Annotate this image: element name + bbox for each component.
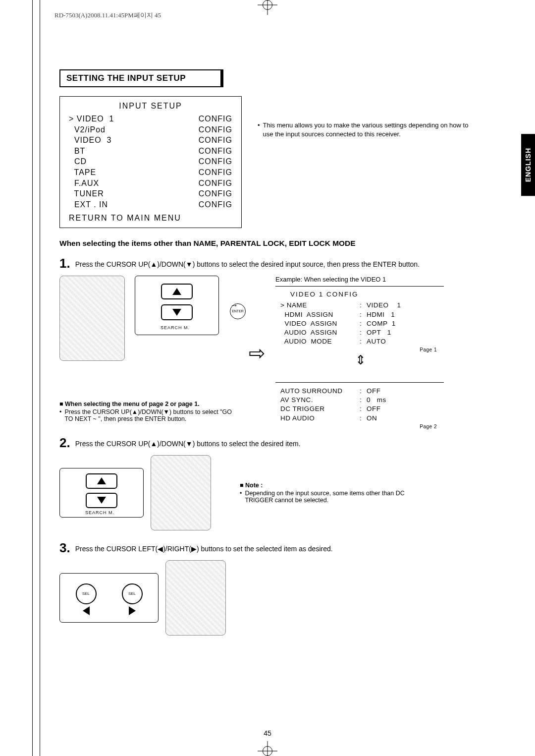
- osd-row-label: F.AUX: [69, 178, 99, 189]
- osd-row-value: CONFIG: [199, 146, 232, 157]
- search-m-label: SEARCH M.: [160, 325, 190, 330]
- step-text: Press the CURSOR UP(▲)/DOWN(▼) buttons t…: [75, 257, 420, 270]
- bullet-icon: •: [258, 121, 260, 139]
- osd-title: INPUT SETUP: [69, 102, 232, 111]
- subnote-title: ■ When selecting the menu of page 2 or p…: [59, 401, 238, 407]
- osd-row-label: CD: [69, 156, 87, 167]
- cursor-up-button: [86, 473, 117, 489]
- step-1: 1. Press the CURSOR UP(▲)/DOWN(▼) button…: [59, 257, 476, 270]
- sel-left-button: SEL: [76, 583, 97, 604]
- osd-row-label: BT: [69, 146, 85, 157]
- language-tab: ENGLISH: [521, 134, 535, 196]
- osd-row-value: CONFIG: [199, 114, 232, 124]
- triangle-up-icon: [172, 288, 181, 295]
- content-area: SETTING THE INPUT SETUP INPUT SETUP > VI…: [59, 69, 476, 636]
- enter-button: ENTER: [230, 303, 246, 319]
- step-number: 2.: [59, 436, 70, 449]
- osd-row-label: TAPE: [69, 167, 96, 178]
- triangle-down-icon: [97, 497, 106, 504]
- trim-line: [32, 0, 33, 756]
- cfg-label: HDMI ASSIGN: [280, 310, 360, 319]
- cursor-down-button: [86, 493, 117, 508]
- remote-illustration: [59, 276, 125, 361]
- cfg-value: ON: [367, 414, 377, 423]
- step-2-figure-row: SEARCH M. ■ Note : •Depending on the inp…: [59, 455, 476, 530]
- subnote-text: Press the CURSOR UP(▲)/DOWN(▼) buttons t…: [64, 408, 238, 422]
- crop-mark-bottom: [258, 741, 277, 756]
- remote-illustration: [151, 455, 211, 530]
- cursor-up-down-inset: SEARCH M. → ENTER: [135, 276, 219, 335]
- osd-row-label: VIDEO 3: [69, 135, 111, 146]
- step-number: 1.: [59, 257, 70, 270]
- cfg-value: OPT 1: [367, 328, 391, 337]
- osd-row-label: V2/iPod: [69, 124, 106, 135]
- triangle-right-icon: [129, 606, 136, 615]
- flow-arrow-icon: ⇨: [249, 342, 266, 364]
- step-number: 3.: [59, 541, 70, 554]
- page-updown-icon: ⇕: [275, 356, 444, 364]
- osd-footer: RETURN TO MAIN MENU: [69, 214, 232, 223]
- osd-row-value: CONFIG: [199, 135, 232, 146]
- step-text: Press the CURSOR LEFT(◀)/RIGHT(▶) button…: [75, 541, 333, 554]
- triangle-down-icon: [172, 309, 181, 316]
- osd-config-header: VIDEO 1 CONFIG: [280, 291, 439, 298]
- cursor-down-button: [161, 304, 193, 320]
- triangle-up-icon: [97, 477, 106, 484]
- osd-input-setup: INPUT SETUP > VIDEO 1CONFIG V2/iPodCONFI…: [59, 96, 242, 228]
- page-tag: Page 1: [280, 347, 439, 352]
- osd-row-label: > VIDEO 1: [69, 114, 114, 124]
- cfg-label: AUDIO ASSIGN: [280, 328, 360, 337]
- search-m-label: SEARCH M.: [85, 510, 114, 515]
- osd-row-value: CONFIG: [199, 124, 232, 135]
- cursor-up-down-inset: SEARCH M.: [59, 468, 144, 518]
- osd-row-value: CONFIG: [199, 199, 232, 210]
- cursor-up-button: [161, 284, 193, 299]
- osd-row-value: CONFIG: [199, 167, 232, 178]
- bullet-icon: •: [240, 490, 242, 504]
- intro-paragraph: •This menu allows you to make the variou…: [258, 121, 471, 139]
- cfg-value: OFF: [367, 405, 381, 413]
- subsection-heading: When selecting the items other than NAME…: [59, 239, 476, 248]
- triangle-left-icon: [83, 606, 90, 615]
- step-text: Press the CURSOR UP(▲)/DOWN(▼) buttons t…: [75, 436, 301, 449]
- example-column: Example: When selecting the VIDEO 1 VIDE…: [275, 276, 444, 430]
- cfg-value: OFF: [367, 387, 381, 396]
- cfg-value: VIDEO 1: [367, 301, 401, 310]
- crop-mark-top: [258, 0, 277, 15]
- page-tag: Page 2: [280, 424, 439, 429]
- example-title: Example: When selecting the VIDEO 1: [275, 276, 444, 283]
- intro-text: This menu allows you to make the various…: [263, 121, 471, 139]
- trim-line-inner: [40, 0, 40, 756]
- cfg-value: 0 ms: [367, 396, 386, 405]
- step-2: 2. Press the CURSOR UP(▲)/DOWN(▼) button…: [59, 436, 476, 449]
- cursor-left-right-inset: SEL SEL: [59, 573, 159, 623]
- manual-page: RD-7503(A)2008.11.41:45PM페이지 45 ENGLISH …: [0, 0, 535, 756]
- page-number: 45: [264, 729, 271, 737]
- print-slug: RD-7503(A)2008.11.41:45PM페이지 45: [54, 11, 161, 20]
- bullet-icon: •: [59, 408, 61, 422]
- step-3-figure-row: SEL SEL: [59, 560, 476, 636]
- cfg-label: HD AUDIO: [280, 414, 360, 423]
- cfg-label: AUTO SURROUND: [280, 387, 360, 396]
- cfg-label: AV SYNC.: [280, 396, 360, 405]
- section-title: SETTING THE INPUT SETUP: [59, 69, 223, 87]
- cfg-value: COMP 1: [367, 319, 396, 328]
- cfg-value: HDMI 1: [367, 310, 395, 319]
- osd-row-value: CONFIG: [199, 188, 232, 199]
- note-text: Depending on the input source, some item…: [245, 490, 428, 504]
- page-select-subnote: ■ When selecting the menu of page 2 or p…: [59, 401, 238, 422]
- remote-illustration: [165, 560, 226, 636]
- cfg-label: > NAME: [280, 301, 360, 310]
- note-title: ■ Note :: [240, 482, 428, 489]
- note-block: ■ Note : •Depending on the input source,…: [240, 482, 428, 504]
- osd-row-value: CONFIG: [199, 178, 232, 189]
- step-3: 3. Press the CURSOR LEFT(◀)/RIGHT(▶) but…: [59, 541, 476, 554]
- osd-row-label: EXT . IN: [69, 199, 108, 210]
- cfg-value: AUTO: [367, 337, 386, 346]
- osd-config-page-2: AUTO SURROUND:OFF AV SYNC.:0 ms DC TRIGG…: [275, 382, 444, 430]
- osd-row-label: TUNER: [69, 188, 104, 199]
- osd-row-value: CONFIG: [199, 156, 232, 167]
- cfg-label: DC TRIGGER: [280, 405, 360, 413]
- cfg-label: VIDEO ASSIGN: [280, 319, 360, 328]
- sel-right-button: SEL: [122, 583, 143, 604]
